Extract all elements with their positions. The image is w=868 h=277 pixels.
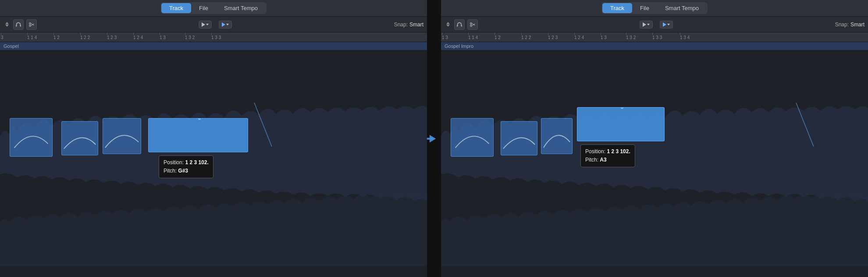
snap-text-right: Snap: <box>835 22 849 28</box>
right-region-4-active[interactable] <box>577 107 665 141</box>
ruler-mark-2: 1 2 <box>53 35 60 40</box>
right-down-arrow-icon <box>446 25 450 27</box>
svg-point-2 <box>29 22 31 24</box>
left-ruler: 3 1 1 4 1 2 1 2 2 1 2 3 1 2 4 1 3 1 3 2 … <box>0 32 427 42</box>
snap-label-left: Snap: Smart <box>394 22 423 28</box>
dropdown-arrow-icon <box>206 24 209 25</box>
left-region-2[interactable] <box>61 121 98 155</box>
headphone-icon <box>15 22 21 28</box>
right-tooltip-position: Position: 1 2 3 102. <box>585 147 630 156</box>
right-cursor-tool[interactable] <box>640 21 653 29</box>
svg-line-5 <box>31 24 34 25</box>
right-region-4-handle[interactable] <box>621 107 623 109</box>
svg-point-3 <box>29 25 31 26</box>
cursor2-icon <box>222 22 225 27</box>
left-region-1[interactable] <box>10 118 53 157</box>
svg-rect-8 <box>427 137 433 139</box>
right-tooltip-pos-label: Position: <box>585 148 605 155</box>
panel-divider <box>427 0 441 277</box>
ruler-mark-4: 1 2 3 <box>107 35 117 40</box>
updown-control[interactable] <box>4 20 11 29</box>
right-tooltip-pitch: Pitch: A3 <box>585 156 630 164</box>
left-decor-line <box>250 98 276 151</box>
right-region-2[interactable] <box>501 121 537 155</box>
right-region-1[interactable] <box>451 118 494 157</box>
headphone-button[interactable] <box>13 19 24 30</box>
right-updown-control[interactable] <box>445 20 452 29</box>
down-arrow-icon <box>5 25 9 27</box>
left-tooltip-pitch-label: Pitch: <box>164 168 177 174</box>
ruler-mark-3: 1 2 2 <box>80 35 90 40</box>
right-tooltip-pitch-value: A3 <box>600 157 606 163</box>
ruler-mark-8: 1 3 3 <box>211 35 221 40</box>
left-region-4-handle[interactable] <box>198 118 201 120</box>
snap-label-right: Snap: Smart <box>835 22 864 28</box>
right-cursor2-icon <box>663 22 666 27</box>
scissors-button[interactable] <box>26 19 37 30</box>
left-tab-smart-tempo[interactable]: Smart Tempo <box>216 3 266 13</box>
right-headphone-icon <box>456 22 462 28</box>
left-waveform-bg <box>0 50 427 277</box>
right-headphone-button[interactable] <box>454 19 465 30</box>
right-region-3[interactable] <box>541 118 573 154</box>
right-scissors-button[interactable] <box>467 19 478 30</box>
svg-line-4 <box>31 23 34 25</box>
right-ruler: 1 3 1 1 4 1 2 1 2 2 1 2 3 1 2 4 1 3 1 3 … <box>441 32 868 42</box>
left-tab-group: Track File Smart Tempo <box>160 2 267 14</box>
right-ruler-mark-8: 1 3 3 <box>652 35 662 40</box>
right-ruler-mark-5: 1 2 4 <box>574 35 584 40</box>
left-track-area: Position: 1 2 3 102. Pitch: G#3 <box>0 50 427 277</box>
right-ruler-mark-2: 1 2 <box>494 35 501 40</box>
left-tab-track[interactable]: Track <box>161 3 191 13</box>
right-cursor-tool2[interactable] <box>660 21 673 29</box>
svg-point-11 <box>470 22 472 24</box>
right-ruler-marks: 1 3 1 1 4 1 2 1 2 2 1 2 3 1 2 4 1 3 1 3 … <box>441 32 868 41</box>
right-scissors-icon <box>470 22 476 28</box>
ruler-mark-7: 1 3 2 <box>185 35 195 40</box>
right-tooltip: Position: 1 2 3 102. Pitch: A3 <box>580 144 635 167</box>
right-tab-file[interactable]: File <box>632 3 657 13</box>
right-tab-group: Track File Smart Tempo <box>601 2 708 14</box>
left-region-3[interactable] <box>103 118 141 154</box>
right-track-area: Position: 1 2 3 102. Pitch: A3 <box>441 50 868 277</box>
right-track-info-bar: Gospel Impro <box>441 42 868 50</box>
right-tooltip-pos-value: 1 2 3 102. <box>607 148 630 155</box>
svg-rect-10 <box>461 25 462 26</box>
left-tooltip-pitch: Pitch: G#3 <box>164 167 209 175</box>
left-region-4-active[interactable] <box>148 118 248 152</box>
right-ruler-mark-3: 1 2 2 <box>521 35 531 40</box>
left-tooltip-position: Position: 1 2 3 102. <box>164 158 209 167</box>
right-panel: Track File Smart Tempo <box>441 0 868 277</box>
right-toolbar: Track File Smart Tempo <box>441 0 868 17</box>
right-ruler-mark-6: 1 3 <box>601 35 607 40</box>
right-region-1-curve <box>451 119 493 156</box>
right-waveform-bg <box>441 50 868 277</box>
right-tab-track[interactable]: Track <box>602 3 632 13</box>
right-dropdown2-arrow-icon <box>667 24 670 25</box>
right-tab-smart-tempo[interactable]: Smart Tempo <box>657 3 707 13</box>
right-ruler-mark-0: 1 3 <box>442 35 448 40</box>
left-track-info-label: Gospel <box>4 43 19 49</box>
right-tooltip-pitch-label: Pitch: <box>585 157 598 163</box>
cursor-tool-left[interactable] <box>199 21 212 29</box>
cursor-tool2-left[interactable] <box>219 21 232 29</box>
left-panel: Track File Smart Tempo <box>0 0 427 277</box>
left-ruler-marks: 3 1 1 4 1 2 1 2 2 1 2 3 1 2 4 1 3 1 3 2 … <box>0 32 427 41</box>
snap-text-left: Snap: <box>394 22 408 28</box>
arrow-icon <box>427 130 441 147</box>
svg-rect-9 <box>457 25 458 26</box>
left-tooltip: Position: 1 2 3 102. Pitch: G#3 <box>159 155 213 178</box>
svg-rect-1 <box>20 25 21 26</box>
right-cursor-icon <box>643 22 646 27</box>
left-tooltip-pos-label: Position: <box>164 159 184 165</box>
left-tooltip-pitch-value: G#3 <box>178 168 188 174</box>
ruler-mark-5: 1 2 4 <box>133 35 143 40</box>
svg-line-15 <box>796 103 814 147</box>
up-arrow-icon <box>5 22 9 24</box>
right-up-arrow-icon <box>446 22 450 24</box>
snap-value-left: Smart <box>409 22 423 28</box>
left-tab-file[interactable]: File <box>191 3 216 13</box>
snap-value-right: Smart <box>850 22 864 28</box>
right-ruler-mark-1: 1 1 4 <box>468 35 478 40</box>
left-region-1-curve <box>10 119 52 156</box>
